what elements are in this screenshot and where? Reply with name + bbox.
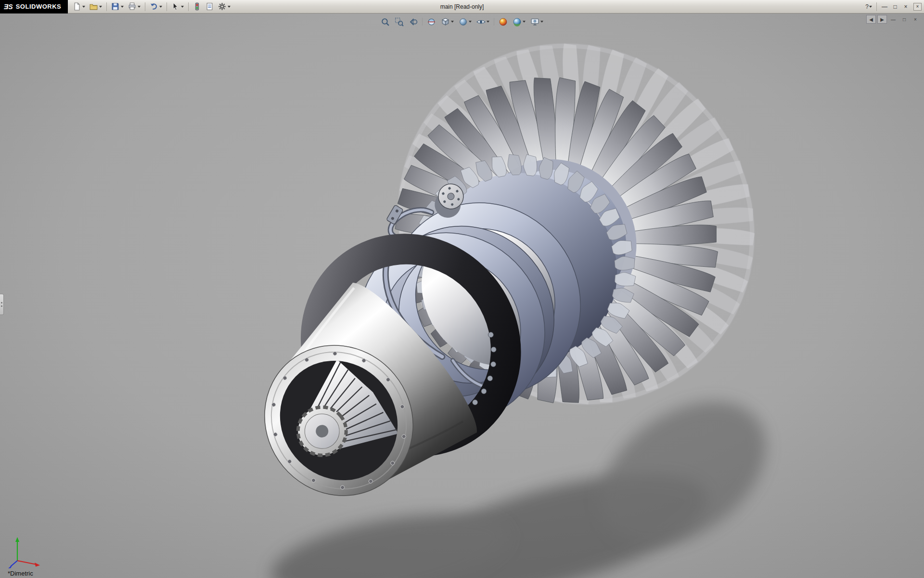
- collapse-left-pane-button[interactable]: ◀: [866, 15, 876, 24]
- graphics-viewport[interactable]: ◀ ▶ — □ × *Dimetric: [0, 13, 924, 578]
- titlebar: ƎS SOLIDWORKS: [0, 0, 924, 13]
- zoom-to-area-icon: [395, 17, 404, 26]
- help-glyph: ?: [865, 3, 869, 10]
- new-document-button[interactable]: [71, 1, 87, 13]
- standard-toolbar: [68, 1, 235, 13]
- file-properties-button[interactable]: [204, 1, 216, 13]
- previous-view-icon: [409, 17, 418, 26]
- help-button[interactable]: ?: [864, 2, 873, 12]
- section-view-button[interactable]: [425, 16, 438, 27]
- toolbar-separator: [494, 18, 494, 26]
- options-gear-icon: [218, 2, 226, 11]
- toolbar-separator: [422, 18, 423, 26]
- view-orientation-label: *Dimetric: [8, 570, 33, 577]
- print-icon: [128, 2, 136, 11]
- rebuild-stoplight-button[interactable]: [191, 1, 203, 13]
- toolbar-separator: [106, 2, 107, 11]
- hide-show-eye-icon: [476, 17, 486, 26]
- dropdown-caret-icon: [121, 6, 124, 8]
- previous-view-button[interactable]: [407, 16, 420, 27]
- display-style-icon: [459, 17, 468, 26]
- document-restore-button[interactable]: □: [899, 15, 909, 24]
- heads-up-view-toolbar: [379, 16, 545, 27]
- toolbar-separator: [876, 2, 877, 11]
- dropdown-caret-icon: [869, 6, 872, 8]
- new-document-icon: [73, 2, 81, 11]
- dropdown-caret-icon: [99, 6, 102, 8]
- open-folder-icon: [90, 2, 98, 11]
- select-cursor-icon: [171, 2, 180, 11]
- document-title: main [Read-only]: [440, 3, 484, 10]
- document-minimize-button[interactable]: —: [888, 15, 898, 24]
- close-button[interactable]: ×: [901, 2, 911, 12]
- collapse-right-pane-button[interactable]: ▶: [877, 15, 887, 24]
- panel-splitter-handle[interactable]: [0, 294, 4, 315]
- toolbar-separator: [145, 2, 145, 11]
- window-controls: ? — □ × ×: [864, 2, 924, 12]
- display-style-button[interactable]: [457, 16, 474, 27]
- undo-button[interactable]: [148, 1, 164, 13]
- hide-show-items-button[interactable]: [475, 16, 491, 27]
- triad-x-axis: [17, 561, 37, 565]
- dropdown-caret-icon: [487, 21, 489, 23]
- edit-appearance-button[interactable]: [497, 16, 510, 27]
- restore-button[interactable]: □: [890, 2, 900, 12]
- minimize-button[interactable]: —: [880, 2, 889, 12]
- view-orientation-cube-icon: [441, 17, 450, 26]
- orientation-triad: [6, 534, 50, 570]
- zoom-to-fit-icon: [381, 17, 390, 26]
- document-close-button[interactable]: ×: [911, 15, 920, 24]
- undo-arrow-icon: [150, 2, 158, 11]
- options-button[interactable]: [216, 1, 232, 13]
- toolbar-separator: [188, 2, 189, 11]
- zoom-to-fit-button[interactable]: [379, 16, 392, 27]
- apply-scene-ball-icon: [513, 17, 522, 26]
- open-button[interactable]: [88, 1, 104, 13]
- solidworks-logo: ƎS SOLIDWORKS: [0, 0, 68, 13]
- dropdown-caret-icon: [469, 21, 472, 23]
- dropdown-caret-icon: [228, 6, 231, 8]
- dropdown-caret-icon: [540, 21, 543, 23]
- viewport-3d-scene[interactable]: [0, 13, 924, 578]
- select-button[interactable]: [169, 1, 186, 13]
- section-view-icon: [427, 17, 436, 26]
- apply-scene-button[interactable]: [511, 16, 527, 27]
- save-floppy-icon: [111, 2, 119, 11]
- rebuild-stoplight-icon: [193, 2, 201, 11]
- toolbar-separator: [167, 2, 167, 11]
- print-button[interactable]: [126, 1, 142, 13]
- view-settings-button[interactable]: [528, 16, 545, 27]
- file-properties-icon: [205, 2, 214, 11]
- dropdown-caret-icon: [82, 6, 85, 8]
- dropdown-caret-icon: [451, 21, 454, 23]
- dropdown-caret-icon: [138, 6, 141, 8]
- 3ds-logo-mark: ƎS: [4, 3, 13, 11]
- dropdown-caret-icon: [159, 6, 162, 8]
- panel-close-button[interactable]: ×: [913, 3, 922, 11]
- zoom-to-area-button[interactable]: [393, 16, 406, 27]
- dropdown-caret-icon: [181, 6, 184, 8]
- view-settings-icon: [530, 17, 539, 26]
- brand-name: SOLIDWORKS: [16, 3, 62, 10]
- save-button[interactable]: [109, 1, 126, 13]
- dropdown-caret-icon: [523, 21, 526, 23]
- edit-appearance-ball-icon: [499, 17, 508, 26]
- document-window-controls: ◀ ▶ — □ ×: [866, 15, 920, 24]
- view-orientation-button[interactable]: [439, 16, 456, 27]
